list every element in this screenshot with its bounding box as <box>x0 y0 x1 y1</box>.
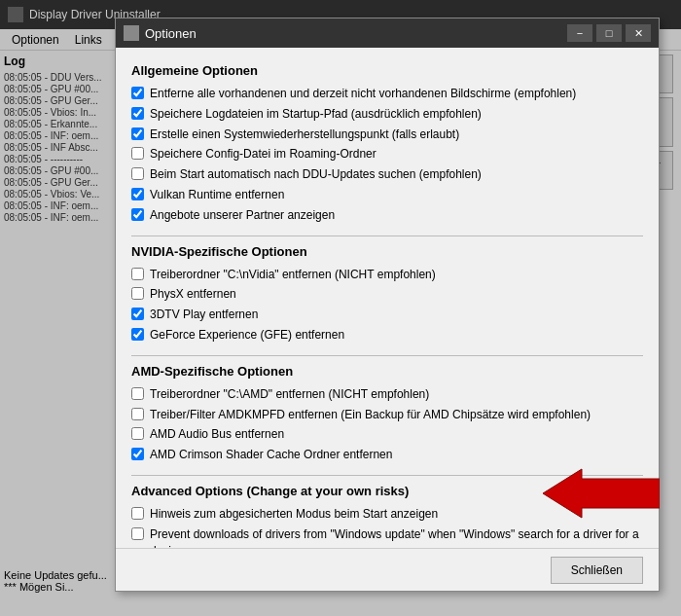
amd-option-3-checkbox[interactable] <box>131 427 144 440</box>
general-option-2-checkbox[interactable] <box>131 107 144 120</box>
general-option-3-label: Erstelle einen Systemwiederherstellungsp… <box>150 127 459 143</box>
general-option-1-label: Entferne alle vorhandenen und derzeit ni… <box>150 86 576 102</box>
amd-option-2-label: Treiber/Filter AMDKMPFD entfernen (Ein B… <box>150 407 591 423</box>
nvidia-option-2-label: PhysX entfernen <box>150 286 236 303</box>
nvidia-option-2-row: PhysX entfernen <box>131 286 643 303</box>
general-option-5-checkbox[interactable] <box>131 167 144 180</box>
general-options-title: Allgemeine Optionen <box>131 63 643 78</box>
general-option-7-label: Angebote unserer Partner anzeigen <box>150 207 335 224</box>
nvidia-option-1-label: Treiberordner "C:\nVidia" entfernen (NIC… <box>150 267 436 283</box>
dialog-titlebar-left: Optionen <box>124 25 197 41</box>
general-option-7-checkbox[interactable] <box>131 208 144 221</box>
maximize-button[interactable]: □ <box>596 24 622 42</box>
general-option-3-row: Erstelle einen Systemwiederherstellungsp… <box>131 127 643 143</box>
amd-option-4-checkbox[interactable] <box>131 448 144 460</box>
general-option-7-row: Angebote unserer Partner anzeigen <box>131 207 643 224</box>
amd-options-title: AMD-Spezifische Optionen <box>131 364 643 379</box>
dialog-body: Allgemeine Optionen Entferne alle vorhan… <box>116 48 659 548</box>
advanced-option-1-row: Hinweis zum abgesicherten Modus beim Sta… <box>131 506 643 523</box>
amd-option-3-label: AMD Audio Bus entfernen <box>150 426 284 443</box>
nvidia-option-4-checkbox[interactable] <box>131 328 144 341</box>
general-option-2-row: Speichere Logdateien im Startup-Pfad (au… <box>131 106 643 123</box>
divider-2 <box>131 355 643 356</box>
amd-option-1-row: Treiberordner "C:\AMD" entfernen (NICHT … <box>131 386 643 403</box>
dialog-title: Optionen <box>145 26 197 41</box>
advanced-option-1-checkbox[interactable] <box>131 507 144 520</box>
general-option-5-label: Beim Start automatisch nach DDU-Updates … <box>150 166 482 183</box>
divider-1 <box>131 236 643 236</box>
dialog-close-x-button[interactable]: ✕ <box>626 24 651 42</box>
advanced-option-1-label: Hinweis zum abgesicherten Modus beim Sta… <box>150 506 438 523</box>
general-option-2-label: Speichere Logdateien im Startup-Pfad (au… <box>150 106 482 123</box>
close-button[interactable]: Schließen <box>551 557 643 584</box>
nvidia-option-1-row: Treiberordner "C:\nVidia" entfernen (NIC… <box>131 267 643 283</box>
divider-3 <box>131 475 643 476</box>
general-option-4-checkbox[interactable] <box>131 147 144 160</box>
general-option-1-checkbox[interactable] <box>131 87 144 99</box>
amd-option-1-checkbox[interactable] <box>131 387 144 400</box>
general-option-4-label: Speichere Config-Datei im Roaming-Ordner <box>150 146 376 163</box>
nvidia-option-3-checkbox[interactable] <box>131 308 144 320</box>
amd-option-2-row: Treiber/Filter AMDKMPFD entfernen (Ein B… <box>131 407 643 423</box>
nvidia-option-3-label: 3DTV Play entfernen <box>150 307 258 323</box>
dialog-titlebar: Optionen − □ ✕ <box>116 18 659 48</box>
options-dialog: Optionen − □ ✕ Allgemeine Optionen Entfe… <box>115 18 660 592</box>
general-option-4-row: Speichere Config-Datei im Roaming-Ordner <box>131 146 643 163</box>
titlebar-controls: − □ ✕ <box>567 24 651 42</box>
nvidia-option-4-row: GeForce Experience (GFE) entfernen <box>131 327 643 344</box>
nvidia-option-1-checkbox[interactable] <box>131 268 144 280</box>
dialog-footer: Schließen <box>116 548 659 591</box>
general-option-5-row: Beim Start automatisch nach DDU-Updates … <box>131 166 643 183</box>
general-option-6-label: Vulkan Runtime entfernen <box>150 187 284 203</box>
amd-option-1-label: Treiberordner "C:\AMD" entfernen (NICHT … <box>150 386 429 403</box>
nvidia-option-2-checkbox[interactable] <box>131 287 144 300</box>
general-option-6-row: Vulkan Runtime entfernen <box>131 187 643 203</box>
nvidia-option-3-row: 3DTV Play entfernen <box>131 307 643 323</box>
nvidia-options-title: NVIDIA-Spezifische Optionen <box>131 244 643 259</box>
general-option-6-checkbox[interactable] <box>131 188 144 200</box>
general-option-3-checkbox[interactable] <box>131 127 144 140</box>
minimize-button[interactable]: − <box>567 24 592 42</box>
amd-option-4-row: AMD Crimson Shader Cache Ordner entferne… <box>131 447 643 463</box>
advanced-option-2-row: Prevent downloads of drivers from "Windo… <box>131 526 643 548</box>
advanced-option-2-label: Prevent downloads of drivers from "Windo… <box>150 526 643 548</box>
amd-option-3-row: AMD Audio Bus entfernen <box>131 426 643 443</box>
amd-option-4-label: AMD Crimson Shader Cache Ordner entferne… <box>150 447 392 463</box>
advanced-option-2-checkbox[interactable] <box>131 527 144 540</box>
dialog-app-icon <box>124 25 139 41</box>
nvidia-option-4-label: GeForce Experience (GFE) entfernen <box>150 327 344 344</box>
amd-option-2-checkbox[interactable] <box>131 408 144 420</box>
general-option-1-row: Entferne alle vorhandenen und derzeit ni… <box>131 86 643 102</box>
advanced-options-title: Advanced Options (Change at your own ris… <box>131 484 643 498</box>
